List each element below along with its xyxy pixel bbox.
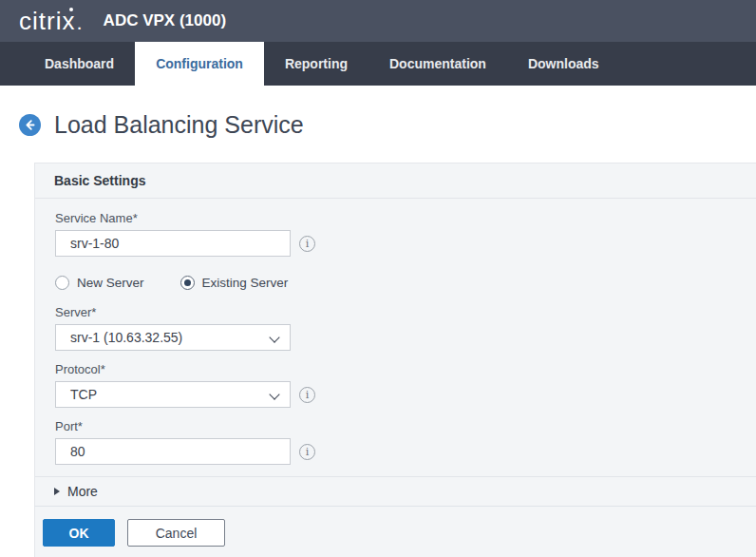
radio-new-server[interactable]: New Server <box>55 276 144 290</box>
port-label: Port* <box>55 419 737 433</box>
info-icon[interactable] <box>299 387 315 403</box>
server-label: Server* <box>55 305 737 319</box>
page-title: Load Balancing Service <box>54 111 304 139</box>
product-title: ADC VPX (1000) <box>104 11 226 30</box>
ok-button[interactable]: OK <box>43 519 115 547</box>
server-select-value: srv-1 (10.63.32.55) <box>70 330 182 345</box>
protocol-field: Protocol* TCP <box>55 362 737 408</box>
port-input[interactable] <box>55 438 291 465</box>
arrow-left-icon <box>19 114 41 136</box>
logo-text: citrix <box>19 9 75 33</box>
service-name-input[interactable] <box>55 230 291 257</box>
tab-downloads[interactable]: Downloads <box>507 42 620 86</box>
back-button[interactable] <box>19 114 41 136</box>
tab-documentation[interactable]: Documentation <box>369 42 507 86</box>
info-icon[interactable] <box>299 236 315 252</box>
tab-dashboard[interactable]: Dashboard <box>24 42 135 86</box>
action-bar: OK Cancel <box>34 506 756 557</box>
chevron-down-icon <box>269 389 279 399</box>
citrix-logo: citrix . <box>19 9 83 33</box>
top-bar: citrix . ADC VPX (1000) <box>0 0 756 42</box>
radio-existing-server[interactable]: Existing Server <box>180 276 289 290</box>
protocol-select-value: TCP <box>70 387 97 402</box>
port-field: Port* <box>55 419 737 465</box>
protocol-select[interactable]: TCP <box>55 381 291 408</box>
server-mode-group: New Server Existing Server <box>55 276 737 290</box>
service-name-field: Service Name* <box>55 211 737 257</box>
logo-dot <box>69 8 73 11</box>
logo-period: . <box>77 17 82 31</box>
radio-circle-icon <box>180 276 195 290</box>
info-icon[interactable] <box>299 444 315 460</box>
radio-existing-server-label: Existing Server <box>202 276 289 290</box>
server-select[interactable]: srv-1 (10.63.32.55) <box>55 324 291 351</box>
cancel-button[interactable]: Cancel <box>127 519 225 547</box>
panel-title: Basic Settings <box>35 163 756 199</box>
more-expander[interactable]: More <box>35 476 756 506</box>
radio-circle-icon <box>55 276 69 290</box>
radio-new-server-label: New Server <box>77 276 144 290</box>
server-field: Server* srv-1 (10.63.32.55) <box>55 305 737 351</box>
page-header: Load Balancing Service <box>19 105 756 144</box>
basic-settings-panel: Basic Settings Service Name* New Server … <box>34 163 756 506</box>
protocol-label: Protocol* <box>55 362 737 376</box>
service-name-label: Service Name* <box>55 211 737 225</box>
more-label: More <box>67 484 98 499</box>
expand-triangle-icon <box>54 488 60 495</box>
panel-body: Service Name* New Server Existing Server… <box>35 199 756 476</box>
chevron-down-icon <box>269 332 279 342</box>
tab-configuration[interactable]: Configuration <box>135 42 264 86</box>
main-nav: Dashboard Configuration Reporting Docume… <box>0 42 756 86</box>
tab-reporting[interactable]: Reporting <box>264 42 369 86</box>
